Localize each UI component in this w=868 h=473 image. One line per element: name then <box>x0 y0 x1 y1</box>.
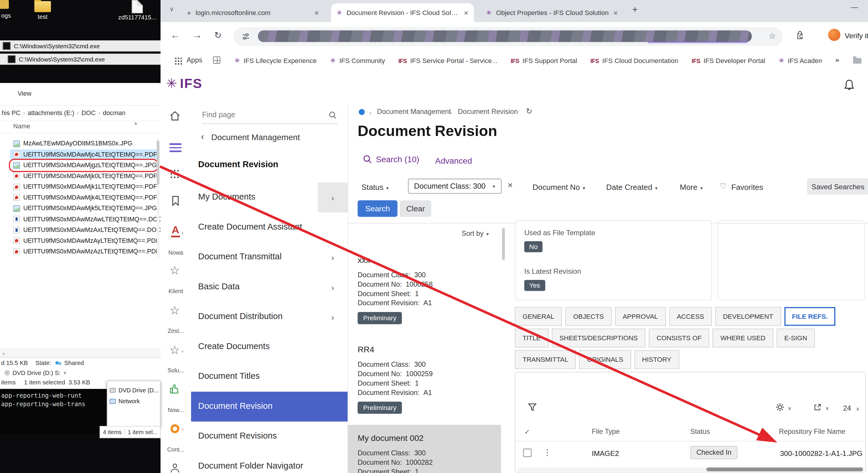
heart-icon[interactable]: ♡ <box>719 181 726 190</box>
file-row[interactable]: UElTTU9fMS0xMDAwMzAwLTEtQTEtMQ==.DOCX <box>0 214 160 225</box>
clear-button[interactable]: Clear <box>400 200 432 216</box>
record-list-item[interactable]: xxx Document Class:300 Document No:10002… <box>347 255 501 324</box>
record-tab[interactable]: WHERE USED <box>713 329 773 347</box>
record-tab[interactable]: SHEETS/DESCRIPTIONS <box>552 329 645 347</box>
list-scrollbar[interactable] <box>502 228 505 260</box>
nav-back-label[interactable]: Document Management <box>211 132 300 141</box>
breadcrumb-segment[interactable]: docman <box>103 109 125 116</box>
search-link[interactable]: Search (10) <box>363 154 420 164</box>
file-row[interactable]: UElTTU9fMS0xMDAwMzAyLTEtQTEtMQ==.PDF <box>0 235 160 246</box>
back-icon[interactable]: ← <box>170 30 180 41</box>
bookmarks-overflow-icon[interactable]: » <box>835 56 839 64</box>
refresh-icon[interactable]: ↻ <box>526 107 532 116</box>
file-row[interactable]: UElTTU9fMS0xMDAwMjk4LTEtQTEtMQ==.PDF <box>0 192 160 203</box>
bookmark-item[interactable]: IFS IFS Developer Portal <box>691 57 765 64</box>
record-list-item[interactable]: My document 002 Document Class:300 Docum… <box>347 425 501 473</box>
browser-tab[interactable]: ✳ Object Properties - IFS Cloud Solution… <box>480 3 623 22</box>
reload-icon[interactable]: ↻ <box>214 30 221 40</box>
bookmark-item[interactable]: ✳ IFS Community <box>330 57 385 65</box>
select-all-check-icon[interactable]: ✓ <box>524 428 530 436</box>
nav-menu-item[interactable]: Document Distribution › <box>191 302 347 332</box>
column-header-status[interactable]: Status <box>690 428 710 435</box>
file-row[interactable]: UElTTU9fMS0xMDAwMjk1LTEtQTEtMQ==.PDF <box>0 181 160 192</box>
profile-avatar[interactable] <box>828 29 840 41</box>
thumbs-up-icon[interactable] <box>169 383 181 397</box>
breadcrumb-segment[interactable]: attachments (E:) <box>28 109 74 116</box>
extensions-icon[interactable] <box>795 30 805 42</box>
nav-menu-item[interactable]: Create Document Assistant › <box>191 212 347 242</box>
record-tab[interactable]: TRANSMITTAL <box>515 350 576 369</box>
breadcrumb-segment[interactable]: DOC <box>82 109 96 116</box>
name-column-header[interactable]: Name <box>13 123 30 130</box>
favorite-star-icon[interactable]: ☆ <box>169 304 180 316</box>
nav-menu-item[interactable]: Document Revision › <box>191 392 347 421</box>
favorite-star-icon[interactable]: ☆ <box>169 264 180 276</box>
bookmark-ribbon-icon[interactable] <box>171 195 180 208</box>
record-tab[interactable]: ACCESS <box>669 307 712 326</box>
favorite-star-icon[interactable]: ☆ <box>169 344 180 356</box>
file-row[interactable]: UElTTU9fMS0xMDAwMjk0LTEtQTEtMQ==.PDF <box>0 171 160 181</box>
file-row[interactable]: UElTTU9fMS0xMDAwMzAzLTEtQTEtMQ==.PDF <box>0 246 160 257</box>
filter-status-dropdown[interactable]: Status▾ <box>362 182 389 191</box>
desktop-icon-ogs[interactable]: ogs <box>1 12 11 19</box>
new-tab-button[interactable]: + <box>632 4 638 15</box>
filter-document-no-dropdown[interactable]: Document No▾ <box>532 182 585 191</box>
record-tab[interactable]: APPROVAL <box>615 307 666 326</box>
nav-menu-item[interactable]: Document Folder Navigator › <box>191 451 347 473</box>
window-minimize-button[interactable]: — <box>851 3 858 11</box>
filter-more-dropdown[interactable]: More▾ <box>680 182 703 191</box>
row-checkbox[interactable] <box>523 448 531 457</box>
favorites-link[interactable]: Favorites <box>731 182 763 191</box>
record-tab[interactable]: E-SIGN <box>776 329 815 347</box>
column-header-file-type[interactable]: File Type <box>592 428 620 435</box>
tab-search-chevron-icon[interactable]: ∨ <box>169 6 174 13</box>
chevron-down-icon[interactable]: ∨ <box>788 406 792 411</box>
export-icon[interactable] <box>813 403 822 414</box>
search-button[interactable]: Search <box>358 200 398 216</box>
table-row[interactable]: ⋮ IMAGE2 Checked In 300-1000282-1-A1-1.J… <box>516 441 865 466</box>
context-circle-icon[interactable] <box>170 425 179 433</box>
app-grid-icon[interactable] <box>170 170 172 172</box>
filter-funnel-icon[interactable] <box>528 403 537 414</box>
browser-tab[interactable]: ● login.microsoftonline.com × <box>181 3 324 22</box>
record-tab[interactable]: OBJECTS <box>565 307 612 326</box>
breadcrumb-document-revision[interactable]: Document Revision <box>458 108 518 116</box>
scroll-left-icon[interactable]: ‹ <box>3 350 4 357</box>
nav-menu-item[interactable]: Document Titles › <box>191 362 347 392</box>
tab-close-icon[interactable]: × <box>613 8 618 17</box>
bookmark-item[interactable]: ✳ IFS Lifecycle Experience <box>234 57 317 65</box>
chevron-right-icon[interactable]: › <box>318 242 347 272</box>
file-row[interactable]: UElTTU9fMS0xMDAwMzAxLTEtQTEtMQ==.DOCX <box>0 225 160 235</box>
nav-back-row[interactable]: ‹ Document Management <box>201 131 300 142</box>
column-header-repository-file-name[interactable]: Repository File Name <box>779 428 845 435</box>
forward-icon[interactable]: → <box>193 30 202 41</box>
sort-ascending-icon[interactable]: ▴ <box>134 120 137 126</box>
table-horizontal-scrollbar[interactable] <box>518 467 863 471</box>
menu-hamburger-icon[interactable] <box>169 141 181 154</box>
view-menu[interactable]: View <box>18 90 31 97</box>
tab-close-icon[interactable]: × <box>314 8 319 17</box>
advanced-link[interactable]: Advanced <box>435 156 472 165</box>
saved-searches-button[interactable]: Saved Searches <box>807 178 868 195</box>
record-tab[interactable]: FILE REFS. <box>784 307 835 326</box>
cmd-window-titlebar[interactable]: C:\Windows\System32\cmd.exe <box>0 54 160 65</box>
apps-label[interactable]: Apps <box>186 57 203 64</box>
desktop-icon-zd[interactable]: zd51177415... <box>107 0 168 21</box>
nav-menu-item[interactable]: Create Documents › <box>191 332 347 362</box>
kebab-menu-icon[interactable]: ⋮ <box>543 448 551 458</box>
nav-menu-item[interactable]: My Documents › <box>191 182 347 212</box>
bookmark-item[interactable]: IFS IFS Service Portal - Service... <box>398 57 497 64</box>
horizontal-scrollbar[interactable]: ‹ <box>0 348 160 358</box>
chevron-right-icon[interactable]: › <box>181 426 183 432</box>
tree-item[interactable]: Network <box>107 396 160 407</box>
breadcrumb-document-management[interactable]: Document Management <box>377 108 451 116</box>
record-tab[interactable]: GENERAL <box>515 307 562 326</box>
file-row[interactable]: UElTTU9fMS0xMDAwMjk5LTEtQTEtMQ==.JPG <box>0 203 160 214</box>
bookmark-item[interactable]: IFS IFS Support Portal <box>511 57 577 64</box>
page-size-dropdown[interactable]: 24 ∨ <box>843 404 860 412</box>
chevron-right-icon[interactable]: › <box>181 230 183 236</box>
breadcrumb-segment[interactable]: his PC <box>2 109 21 116</box>
apps-launcher-icon[interactable] <box>213 57 220 64</box>
record-tab[interactable]: TITLE <box>515 329 549 347</box>
nav-menu-item[interactable]: Basic Data › <box>191 272 347 302</box>
